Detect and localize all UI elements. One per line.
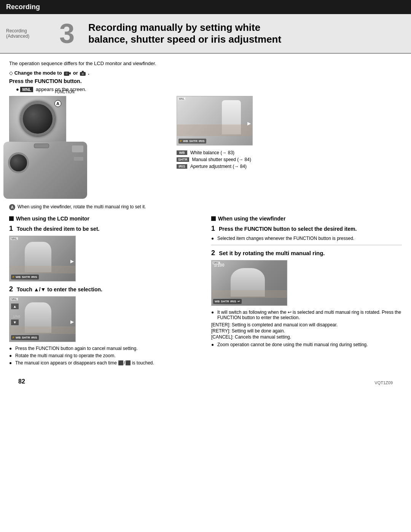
press-function: Press the FUNCTION button.	[9, 78, 402, 84]
or-text: or	[73, 70, 78, 76]
lcd1-buttons: F WB SHTR IRIS	[11, 275, 39, 280]
cancel-text: [CANCEL]: Cancels the manual setting.	[211, 334, 402, 340]
mode-change-text: Change the mode to	[14, 70, 62, 76]
mode-change-line: ◇ Change the mode to or .	[9, 70, 402, 76]
lcd1-wb: WB	[16, 275, 21, 279]
lcd2-wb: WB	[16, 336, 21, 339]
lcd2-arrow: ▶	[70, 319, 74, 324]
lcd-heading: When using the LCD monitor	[9, 216, 200, 222]
chapter-title-line2: balance, shutter speed or iris adjustmen…	[88, 34, 281, 45]
vf-step2-text: Set it by rotating the multi manual ring…	[219, 250, 325, 256]
lcd1-shtr: SHTR	[22, 275, 30, 279]
vf-mnl-label: MNL	[178, 97, 185, 100]
arrow-right-vf: ▶	[247, 121, 251, 126]
svg-point-6	[82, 73, 83, 75]
svg-point-2	[65, 72, 68, 75]
legend-badge-iris: IRIS	[177, 164, 187, 169]
camera-images: FUNCTION A	[9, 96, 169, 199]
vf-bullet3: Zoom operation cannot be done using the …	[211, 342, 402, 347]
lcd-bullet1: Press the FUNCTION button again to cance…	[9, 346, 200, 351]
svg-marker-1	[69, 72, 71, 75]
header-title: Recording	[6, 3, 40, 11]
retry-text: [RETRY]: Setting will be done again.	[211, 328, 402, 334]
note-a: A When using the viewfinder, rotate the …	[9, 204, 402, 210]
lcd2-up-arrow: ▲	[11, 304, 19, 309]
model-number: VQT1Z09	[374, 380, 393, 385]
circle-a-label: A	[54, 100, 61, 107]
vf-label-row: F WB SHTR IRIS	[178, 139, 206, 144]
chapter-header: Recording (Advanced) 3 Recording manuall…	[0, 14, 411, 54]
lcd-screen-2: MNL ▲ 1/N8 ▼ F WB SHTR IRIS ▶	[9, 296, 76, 342]
chapter-title-line1: Recording manually by setting white	[88, 22, 281, 34]
value-1n100: 1/100	[214, 263, 225, 267]
lcd-section-heading: When using the LCD monitor	[16, 216, 89, 222]
camera-icon	[63, 70, 73, 76]
iris-btn: IRIS	[199, 139, 205, 143]
main-content: The operation sequence differs for the L…	[0, 54, 411, 395]
legend-row-iris: IRIS Aperture adjustment (→ 84)	[177, 164, 402, 169]
camera-section: FUNCTION A	[9, 96, 402, 199]
page-number: 82	[18, 378, 25, 385]
legend-row-shtr: SHTR Manual shutter speed (→ 84)	[177, 157, 402, 162]
enter-text: [ENTER]: Setting is completed and manual…	[211, 322, 402, 328]
footer: 82 VQT1Z09	[9, 375, 402, 388]
vf-step1-heading: 1 Press the FUNCTION button to select th…	[211, 225, 402, 233]
legend-text-iris: Aperture adjustment (→ 84)	[190, 164, 247, 169]
lcd-bullet2: Rotate the multi manual ring to operate …	[9, 353, 200, 358]
lcd2-f-icon: F	[13, 336, 14, 339]
wb-btn: WB	[183, 139, 188, 143]
vf-bullet2: It will switch as following when the ↩ i…	[211, 310, 402, 320]
lcd2-buttons: F WB SHTR IRIS	[11, 335, 39, 340]
bottom-iris: IRIS	[230, 300, 236, 303]
lcd-step1-heading: 1 Touch the desired item to be set.	[9, 225, 200, 233]
legend-text-shtr: Manual shutter speed (→ 84)	[192, 157, 251, 162]
vf-step1-num: 1	[211, 225, 215, 232]
note-circle-a: A	[9, 204, 15, 210]
intro-text: The operation sequence differs for the L…	[9, 61, 402, 66]
lcd-bullet-list: Press the FUNCTION button again to cance…	[9, 346, 200, 366]
black-square-icon	[9, 216, 14, 221]
mnl-label-lcd1: MNL	[11, 237, 18, 240]
vf-bullet-list-1: Selected item changes whenever the FUNCT…	[211, 236, 402, 241]
legend-row-wb: WB White balance (→ 83)	[177, 150, 402, 155]
photo-icon	[79, 70, 88, 76]
step2-num: 2	[9, 285, 13, 293]
lcd-screen-1: MNL F WB SHTR IRIS ▶	[9, 236, 76, 281]
shtr-btn: SHTR	[189, 139, 198, 143]
vf-heading: When using the viewfinder	[211, 216, 402, 222]
diamond-icon: ◇	[9, 70, 13, 76]
vf-bullet1: Selected item changes whenever the FUNCT…	[211, 236, 402, 241]
camcorder-image	[3, 142, 87, 199]
bottom-shtr: SHTR	[221, 300, 229, 303]
vf-bullet-list-2: It will switch as following when the ↩ i…	[211, 310, 402, 320]
f-icon: F	[180, 139, 182, 143]
bottom-return-icon: ↩	[237, 300, 240, 303]
header-bar: Recording	[0, 0, 411, 14]
col-right: When using the viewfinder 1 Press the FU…	[211, 216, 402, 367]
black-square-icon-2	[211, 216, 216, 221]
lcd1-f-icon: F	[13, 275, 14, 279]
viewfinder-preview: MNL F WB SHTR IRIS ▶	[177, 96, 253, 145]
lens-closeup: A	[9, 96, 66, 142]
legend-badge-wb: WB	[177, 150, 187, 155]
col-left: When using the LCD monitor 1 Touch the d…	[9, 216, 200, 367]
vf-bullet-list-3: Zoom operation cannot be done using the …	[211, 342, 402, 347]
lcd2-shtr: SHTR	[22, 336, 30, 339]
two-col: When using the LCD monitor 1 Touch the d…	[9, 216, 402, 367]
lcd1-arrow: ▶	[70, 259, 74, 264]
lcd2-iris: IRIS	[31, 336, 37, 339]
lcd-bullet3: The manual icon appears or disappears ea…	[9, 360, 200, 366]
bottom-lcd: MNL 1/100 WB SHTR IRIS ↩	[211, 260, 287, 306]
mnl-badge: MNL	[20, 87, 33, 92]
camera-right-info: MNL F WB SHTR IRIS ▶ WB	[169, 96, 402, 171]
chapter-subtitle: Recording manually by setting white bala…	[88, 18, 281, 49]
legend-text-wb: White balance (→ 83)	[190, 150, 234, 155]
section-label-line1: Recording	[6, 28, 52, 34]
function-label: FUNCTION	[55, 90, 75, 94]
vf-step1-text: Press the FUNCTION button to select the …	[219, 226, 357, 232]
vf-step2-num: 2	[211, 249, 215, 257]
divider	[211, 245, 402, 245]
bottom-buttons: WB SHTR IRIS ↩	[213, 299, 242, 304]
svg-rect-4	[82, 71, 84, 72]
lcd-step2-intro: Touch	[17, 286, 32, 292]
